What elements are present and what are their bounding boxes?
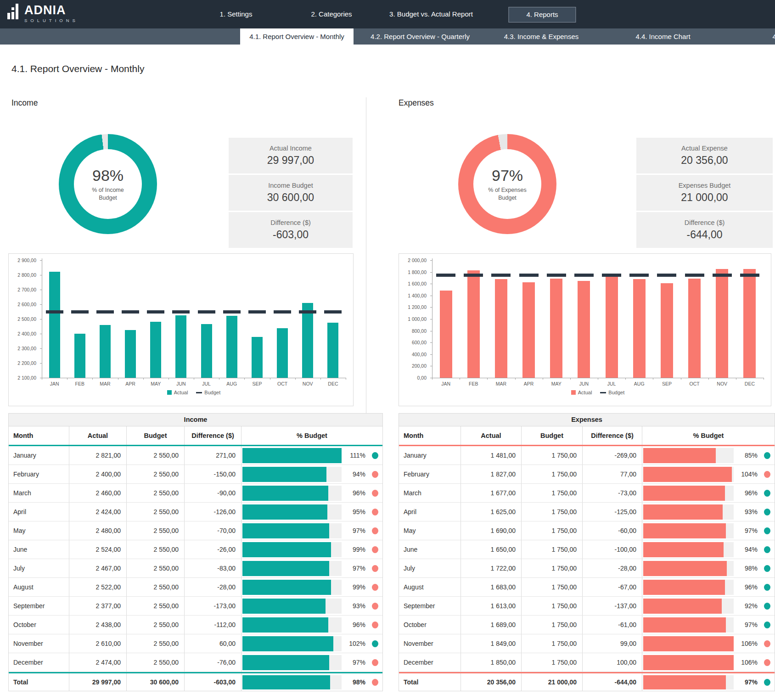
nav-item-2-categories[interactable]: 2. Categories: [311, 0, 352, 28]
actual-bar-sep: [252, 337, 263, 378]
x-axis-category-label: DEC: [736, 381, 764, 387]
stat-label: Actual Income: [270, 145, 312, 152]
expenses-table-row[interactable]: August1 683,001 750,00-67,0096%: [399, 578, 775, 597]
income-table-row[interactable]: August2 522,002 550,00-28,0099%: [9, 578, 382, 597]
pct-budget-bar: [242, 542, 331, 557]
pct-budget-bar-track: [643, 599, 734, 614]
stat-value: 30 600,00: [267, 191, 314, 204]
cell-difference: 271,00: [185, 446, 241, 465]
y-axis-tick-label: 1 800,00: [399, 269, 427, 275]
income-donut-hole: 98%% of Income Budget: [74, 149, 142, 219]
x-axis-category-label: MAY: [143, 381, 168, 387]
pct-budget-bar-track: [242, 580, 342, 595]
actual-bar-oct: [277, 328, 288, 378]
income-table-row[interactable]: May2 480,002 550,00-70,0097%: [9, 521, 382, 540]
budget-marker-mar: [491, 274, 511, 277]
income-table-row[interactable]: November2 610,002 550,0060,00102%: [9, 634, 382, 653]
cell-month: December: [399, 653, 461, 672]
actual-bar-jan: [440, 291, 452, 378]
cell-budget: 2 550,00: [127, 653, 185, 672]
expenses-table-row[interactable]: February1 827,001 750,0077,00104%: [399, 465, 775, 484]
pct-budget-value: 97%: [734, 678, 760, 686]
cell-actual: 1 690,00: [461, 521, 522, 540]
budget-marker-mar: [96, 310, 114, 314]
subnav-tab-4-3-income-expenses[interactable]: 4.3. Income & Expenses: [504, 28, 579, 45]
expenses-table-row[interactable]: September1 613,001 750,00-137,0092%: [399, 597, 775, 616]
pct-budget-bar: [643, 523, 726, 538]
cell-budget: 1 750,00: [522, 559, 583, 577]
cell-difference: -76,00: [185, 653, 241, 672]
subnav-tab-4-4-income-chart[interactable]: 4.4. Income Chart: [635, 28, 690, 45]
expenses-table-row[interactable]: June1 650,001 750,00-100,0094%: [399, 540, 775, 559]
income-table-row[interactable]: July2 467,002 550,00-83,0097%: [9, 559, 382, 578]
income-table-row[interactable]: June2 524,002 550,00-26,0099%: [9, 540, 382, 559]
actual-bar-jun: [175, 315, 186, 378]
expenses-table-row[interactable]: November1 849,001 750,0099,00106%: [399, 634, 775, 653]
x-axis-tick: [295, 378, 296, 380]
cell-pct-budget: 97%: [642, 673, 775, 691]
expenses-table-row[interactable]: March1 677,001 750,00-73,0096%: [399, 484, 775, 503]
cell-actual: 2 610,00: [69, 634, 127, 653]
expenses-table-row[interactable]: April1 625,001 750,00-125,0093%: [399, 503, 775, 521]
y-axis-tick-label: 400,00: [399, 352, 427, 358]
pct-budget-bar: [242, 448, 342, 463]
stat-label: Difference ($): [685, 219, 725, 226]
pct-budget-value: 99%: [342, 546, 368, 553]
legend-item-actual: Actual: [571, 390, 592, 395]
cell-month: November: [399, 634, 461, 653]
income-table-row[interactable]: December2 474,002 550,00-76,0097%: [9, 653, 382, 672]
expenses-donut-percentage: 97%: [492, 167, 523, 185]
actual-bar-mar: [495, 279, 507, 378]
x-axis-tick: [543, 378, 543, 380]
expenses-table-row[interactable]: January1 481,001 750,00-269,0085%: [399, 446, 775, 465]
cell-budget: 2 550,00: [127, 540, 185, 559]
cell-budget: 2 550,00: [127, 446, 185, 465]
income-table-row[interactable]: January2 821,002 550,00271,00111%: [9, 446, 382, 465]
budget-marker-jun: [172, 310, 190, 314]
x-axis-category-label: SEP: [244, 381, 270, 387]
income-donut-caption: % of Income Budget: [85, 186, 131, 202]
income-table-row[interactable]: October2 438,002 550,00-112,0096%: [9, 616, 382, 634]
cell-month: August: [9, 578, 69, 596]
actual-bar-apr: [125, 330, 136, 378]
y-axis-tick-label: 2 500,00: [9, 316, 36, 322]
cell-month: December: [9, 653, 69, 672]
nav-item-4-reports[interactable]: 4. Reports: [508, 7, 576, 22]
pct-budget-bar-track: [643, 655, 734, 670]
pct-budget-bar: [643, 580, 725, 595]
pct-budget-bar-track: [242, 599, 342, 614]
pct-budget-value: 104%: [734, 470, 760, 478]
cell-actual: 2 400,00: [69, 465, 127, 483]
x-axis-tick: [168, 378, 169, 380]
income-table-row[interactable]: March2 460,002 550,00-90,0096%: [9, 484, 382, 503]
cell-actual: 1 827,00: [461, 465, 522, 483]
pct-budget-bar-track: [643, 636, 734, 651]
income-table-row[interactable]: September2 377,002 550,00-173,0093%: [9, 597, 382, 616]
subnav-tab-4-1-report-overview-monthly[interactable]: 4.1. Report Overview - Monthly: [240, 28, 354, 45]
nav-item-3-budget-vs-actual-report[interactable]: 3. Budget vs. Actual Report: [389, 0, 473, 28]
pct-budget-value: 98%: [734, 565, 760, 572]
expenses-table-row[interactable]: July1 722,001 750,00-28,0098%: [399, 559, 775, 578]
status-dot-bad: [372, 546, 378, 553]
y-axis-tick-label: 800,00: [399, 328, 427, 334]
budget-marker-may: [147, 310, 164, 314]
pct-budget-bar: [643, 617, 726, 633]
nav-item-1-settings[interactable]: 1. Settings: [220, 0, 253, 28]
cell-budget: 2 550,00: [127, 597, 185, 615]
status-dot-good: [372, 452, 378, 459]
y-axis-tick-label: 2 900,00: [9, 258, 36, 263]
pct-budget-value: 96%: [342, 489, 368, 497]
subnav-tab-4-2-report-overview-quarterly[interactable]: 4.2. Report Overview - Quarterly: [371, 28, 470, 45]
subnav-tab-4-5-e[interactable]: 4.5. E: [772, 28, 775, 45]
pct-budget-bar: [242, 486, 328, 501]
pct-budget-value: 102%: [342, 640, 368, 647]
expenses-table-row[interactable]: December1 850,001 750,00100,00106%: [399, 653, 775, 672]
expenses-table-row[interactable]: October1 689,001 750,00-61,0097%: [399, 616, 775, 634]
pct-budget-bar-track: [242, 448, 342, 463]
expenses-table-row[interactable]: May1 690,001 750,00-60,0097%: [399, 521, 775, 540]
y-axis-tick-label: 2 300,00: [9, 346, 36, 352]
income-table-row[interactable]: April2 424,002 550,00-126,0095%: [9, 503, 382, 521]
income-table-row[interactable]: February2 400,002 550,00-150,0094%: [9, 465, 382, 484]
cell-difference: -28,00: [583, 559, 642, 577]
budget-marker-aug: [223, 310, 241, 314]
